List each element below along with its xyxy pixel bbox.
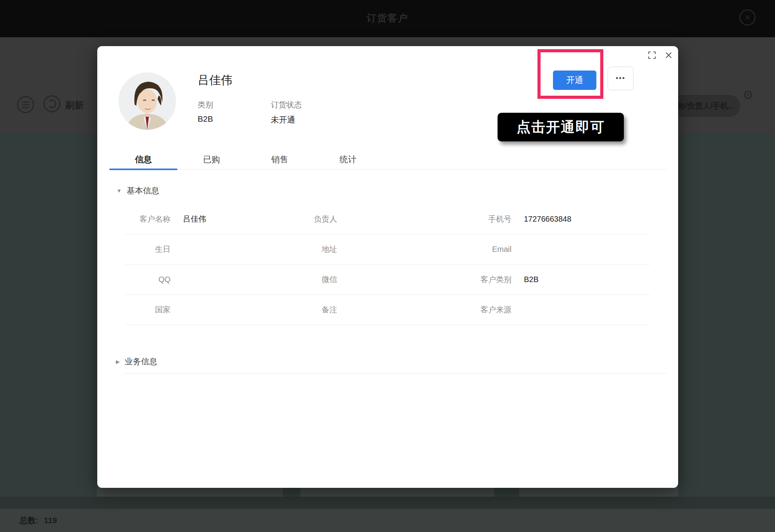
basic-info-grid: 客户名称 吕佳伟 负责人 手机号 17276663848 生日 [125, 204, 650, 325]
field-cell: 客户名称 吕佳伟 [125, 204, 291, 234]
menu-icon [22, 102, 29, 108]
field-label: Email [466, 245, 512, 254]
field-cell: Email [466, 234, 650, 265]
section-divider [123, 373, 668, 374]
gear-icon[interactable]: ⚙ [742, 88, 754, 102]
field-label: 微信 [291, 274, 337, 285]
avatar-image [119, 72, 176, 130]
refresh-label: 刷新 [65, 99, 84, 112]
tab-label: 统计 [339, 155, 356, 164]
screen: 订货客户 刷新 称/负责人/手机... ⚙ 总数:119 [0, 0, 775, 532]
field-label: 国家 [125, 305, 170, 315]
more-actions-button[interactable]: ••• [608, 67, 634, 90]
field-cell: 微信 [291, 265, 466, 295]
field-label: 备注 [291, 305, 337, 315]
activate-button[interactable]: 开通 [553, 71, 596, 90]
field-cell: 手机号 17276663848 [466, 204, 650, 234]
tab-label: 销售 [271, 155, 288, 164]
category-value: B2B [198, 114, 213, 124]
field-label: 客户名称 [125, 214, 170, 224]
total-label: 总数: [19, 516, 38, 525]
total-count: 总数:119 [19, 509, 57, 532]
background-list-row [97, 487, 678, 497]
tab[interactable]: 信息 [109, 152, 177, 169]
field-label: 客户来源 [466, 305, 512, 315]
field-value: 吕佳伟 [183, 214, 206, 224]
field-cell: 地址 [291, 234, 466, 265]
basic-info-title: 基本信息 [127, 185, 159, 196]
field-label: 负责人 [291, 214, 337, 224]
customer-detail-modal: 吕佳伟 类别 B2B 订货状态 未开通 开通 ••• 点击开通即可 信息 已购 [97, 46, 678, 488]
field-cell: 生日 [125, 234, 291, 265]
field-label: 手机号 [466, 214, 512, 224]
caret-right-icon: ▶ [116, 359, 120, 365]
category-label: 类别 [198, 100, 213, 110]
field-cell: 备注 [291, 295, 466, 325]
search-input[interactable]: 称/负责人/手机... [670, 95, 740, 117]
business-info-section-header[interactable]: ▶ 业务信息 [116, 356, 157, 367]
close-circle-icon[interactable] [739, 9, 756, 26]
field-value: B2B [524, 275, 539, 284]
tab[interactable]: 已购 [177, 152, 246, 169]
tab-label: 已购 [203, 155, 220, 164]
field-label: 客户类别 [466, 274, 512, 285]
annotation-tooltip: 点击开通即可 [498, 113, 624, 141]
field-cell: 国家 [125, 295, 291, 325]
menu-button[interactable] [17, 96, 34, 113]
background-card [300, 487, 494, 497]
order-status-value: 未开通 [271, 114, 295, 125]
app-header-bar: 订货客户 [0, 0, 775, 37]
caret-down-icon: ▼ [117, 188, 122, 194]
field-label: 地址 [291, 244, 337, 255]
tab[interactable]: 销售 [246, 152, 314, 169]
page-title: 订货客户 [0, 12, 775, 24]
close-icon[interactable] [664, 50, 673, 60]
background-card [97, 487, 283, 497]
customer-name: 吕佳伟 [198, 72, 232, 88]
tab-label: 信息 [135, 155, 152, 164]
field-value: 17276663848 [524, 215, 571, 224]
basic-info-section-header[interactable]: ▼ 基本信息 [117, 185, 159, 196]
refresh-icon [48, 100, 56, 108]
total-value: 119 [44, 516, 57, 525]
expand-icon[interactable] [647, 50, 656, 60]
background-card [519, 487, 678, 497]
field-cell: 客户类别 B2B [466, 265, 650, 295]
customer-avatar [119, 72, 176, 130]
field-label: QQ [125, 275, 170, 284]
field-cell: 负责人 [291, 204, 466, 234]
refresh-button[interactable] [43, 95, 60, 112]
tab-bar: 信息 已购 销售 统计 [109, 152, 667, 170]
footer-bar: 总数:119 [0, 509, 775, 532]
field-cell: QQ [125, 265, 291, 295]
business-info-title: 业务信息 [125, 356, 157, 367]
tab[interactable]: 统计 [314, 152, 382, 169]
field-cell: 客户来源 [466, 295, 650, 325]
order-status-label: 订货状态 [271, 100, 302, 110]
field-label: 生日 [125, 244, 170, 255]
background-band [0, 497, 775, 509]
